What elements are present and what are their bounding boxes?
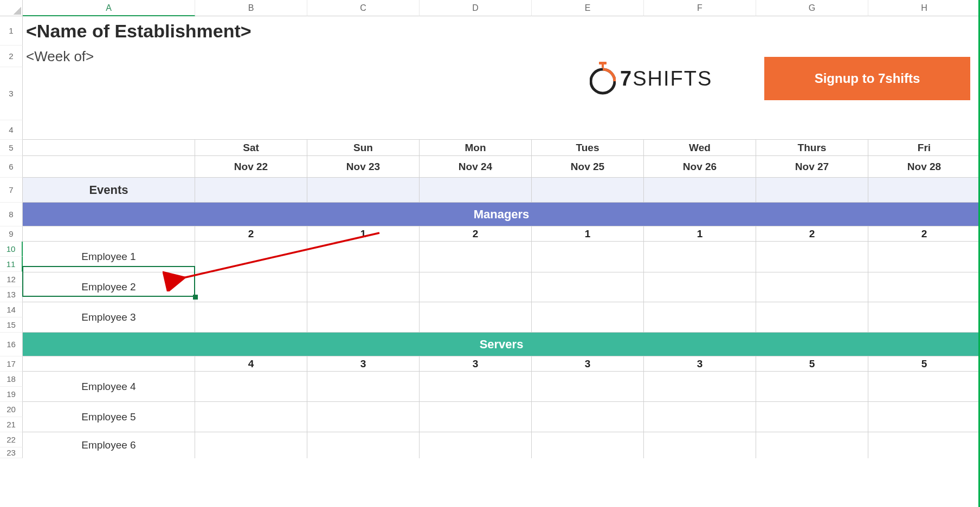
emp4-sat[interactable]: [195, 372, 307, 402]
emp1-sat[interactable]: [195, 242, 307, 272]
events-tue[interactable]: [532, 178, 644, 203]
emp5-sun[interactable]: [307, 402, 420, 432]
servers-banner[interactable]: Servers: [23, 333, 980, 356]
selection-handle[interactable]: [193, 295, 198, 300]
colhead-C[interactable]: C: [307, 0, 420, 16]
emp3-thu[interactable]: [756, 302, 868, 333]
mgr-count-sat[interactable]: 2: [195, 226, 307, 242]
srv-count-tue[interactable]: 3: [532, 356, 644, 372]
emp1-tue[interactable]: [532, 242, 644, 272]
emp2-sat[interactable]: [195, 272, 307, 302]
events-fri[interactable]: [868, 178, 980, 203]
emp3-sat[interactable]: [195, 302, 307, 333]
colhead-E[interactable]: E: [532, 0, 644, 16]
rowhead-19[interactable]: 19: [0, 387, 23, 402]
emp6-mon[interactable]: [420, 432, 532, 458]
emp4-tue[interactable]: [532, 372, 644, 402]
emp5-thu[interactable]: [756, 402, 868, 432]
mgr-count-fri[interactable]: 2: [868, 226, 980, 242]
emp6-tue[interactable]: [532, 432, 644, 458]
rowhead-20[interactable]: 20: [0, 402, 23, 417]
emp2-sun[interactable]: [307, 272, 420, 302]
colhead-G[interactable]: G: [756, 0, 868, 16]
rowhead-16[interactable]: 16: [0, 333, 23, 356]
datehdr-6[interactable]: Nov 28: [868, 156, 980, 178]
managers-banner[interactable]: Managers: [23, 203, 980, 226]
row6-A[interactable]: [23, 156, 195, 178]
employee-3[interactable]: Employee 3: [23, 302, 195, 333]
srv-count-A[interactable]: [23, 356, 195, 372]
row5-A[interactable]: [23, 140, 195, 156]
emp4-wed[interactable]: [644, 372, 756, 402]
emp5-wed[interactable]: [644, 402, 756, 432]
events-sun[interactable]: [307, 178, 420, 203]
srv-count-sat[interactable]: 4: [195, 356, 307, 372]
colhead-H[interactable]: H: [868, 0, 980, 16]
datehdr-4[interactable]: Nov 26: [644, 156, 756, 178]
mgr-count-A[interactable]: [23, 226, 195, 242]
emp1-sun[interactable]: [307, 242, 420, 272]
srv-count-wed[interactable]: 3: [644, 356, 756, 372]
mgr-count-wed[interactable]: 1: [644, 226, 756, 242]
emp6-wed[interactable]: [644, 432, 756, 458]
emp3-wed[interactable]: [644, 302, 756, 333]
colhead-D[interactable]: D: [420, 0, 532, 16]
rowhead-4[interactable]: 4: [0, 120, 23, 140]
datehdr-2[interactable]: Nov 24: [420, 156, 532, 178]
srv-count-sun[interactable]: 3: [307, 356, 420, 372]
mgr-count-mon[interactable]: 2: [420, 226, 532, 242]
rowhead-9[interactable]: 9: [0, 226, 23, 242]
employee-2[interactable]: Employee 2: [23, 272, 195, 302]
datehdr-5[interactable]: Nov 27: [756, 156, 868, 178]
srv-count-mon[interactable]: 3: [420, 356, 532, 372]
rowhead-13[interactable]: 13: [0, 287, 23, 302]
dayhdr-fri[interactable]: Fri: [868, 140, 980, 156]
page-title[interactable]: <Name of Establishment>: [23, 16, 980, 46]
emp3-tue[interactable]: [532, 302, 644, 333]
datehdr-3[interactable]: Nov 25: [532, 156, 644, 178]
emp2-thu[interactable]: [756, 272, 868, 302]
emp5-tue[interactable]: [532, 402, 644, 432]
rowhead-23[interactable]: 23: [0, 447, 23, 458]
signup-button[interactable]: Signup to 7shifts: [764, 57, 970, 100]
srv-count-thu[interactable]: 5: [756, 356, 868, 372]
dayhdr-sun[interactable]: Sun: [307, 140, 420, 156]
emp4-fri[interactable]: [868, 372, 980, 402]
emp6-sun[interactable]: [307, 432, 420, 458]
emp6-fri[interactable]: [868, 432, 980, 458]
emp3-sun[interactable]: [307, 302, 420, 333]
dayhdr-tue[interactable]: Tues: [532, 140, 644, 156]
rowhead-21[interactable]: 21: [0, 417, 23, 432]
rowhead-3[interactable]: 3: [0, 67, 23, 120]
rowhead-14[interactable]: 14: [0, 302, 23, 317]
colhead-F[interactable]: F: [644, 0, 756, 16]
dayhdr-mon[interactable]: Mon: [420, 140, 532, 156]
events-wed[interactable]: [644, 178, 756, 203]
dayhdr-wed[interactable]: Wed: [644, 140, 756, 156]
employee-5[interactable]: Employee 5: [23, 402, 195, 432]
rowhead-7[interactable]: 7: [0, 178, 23, 203]
dayhdr-thu[interactable]: Thurs: [756, 140, 868, 156]
rowhead-10[interactable]: 10: [0, 242, 23, 257]
rowhead-6[interactable]: 6: [0, 156, 23, 178]
rowhead-11[interactable]: 11: [0, 257, 23, 272]
emp4-mon[interactable]: [420, 372, 532, 402]
colhead-B[interactable]: B: [195, 0, 307, 16]
rowhead-12[interactable]: 12: [0, 272, 23, 287]
emp2-wed[interactable]: [644, 272, 756, 302]
colhead-A[interactable]: A: [23, 0, 195, 16]
emp2-fri[interactable]: [868, 272, 980, 302]
emp5-fri[interactable]: [868, 402, 980, 432]
select-all-corner[interactable]: [0, 0, 23, 16]
events-thu[interactable]: [756, 178, 868, 203]
dayhdr-sat[interactable]: Sat: [195, 140, 307, 156]
emp1-fri[interactable]: [868, 242, 980, 272]
srv-count-fri[interactable]: 5: [868, 356, 980, 372]
emp3-mon[interactable]: [420, 302, 532, 333]
mgr-count-sun[interactable]: 1: [307, 226, 420, 242]
emp5-mon[interactable]: [420, 402, 532, 432]
employee-1[interactable]: Employee 1: [23, 242, 195, 272]
events-label[interactable]: Events: [23, 178, 195, 203]
rowhead-22[interactable]: 22: [0, 432, 23, 447]
emp6-thu[interactable]: [756, 432, 868, 458]
